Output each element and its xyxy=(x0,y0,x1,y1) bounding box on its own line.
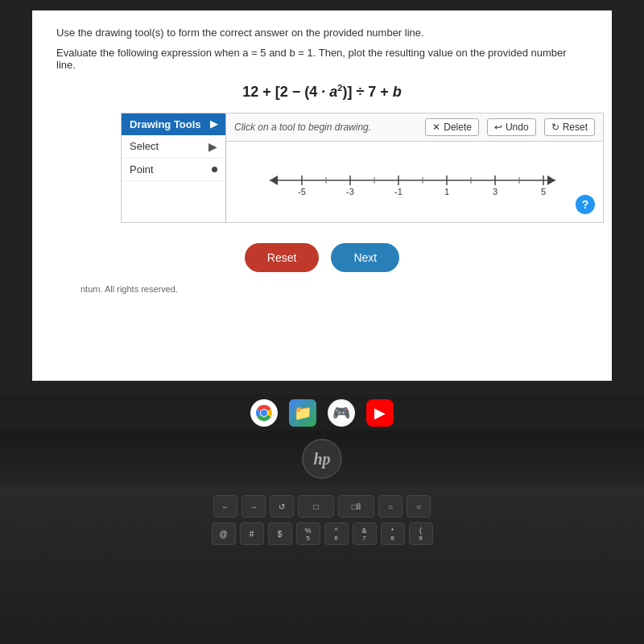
drawing-hint: Click on a tool to begin drawing. xyxy=(234,122,417,133)
reset-button[interactable]: Reset xyxy=(245,243,320,272)
playstore-taskbar-icon[interactable]: 🎮 xyxy=(328,399,355,427)
key-star[interactable]: *8 xyxy=(381,522,405,545)
svg-text:5: 5 xyxy=(541,187,546,196)
tools-header: Drawing Tools ▶ xyxy=(122,114,225,135)
key-refresh[interactable]: ↺ xyxy=(270,495,294,518)
svg-text:-1: -1 xyxy=(394,187,402,196)
keyboard-area: ← → ↺ □ □II ○ ○ @ # $ %5 ^6 &7 *8 (9 xyxy=(0,487,644,644)
select-label: Select xyxy=(130,140,159,152)
svg-marker-1 xyxy=(270,175,278,185)
chrome-taskbar-icon[interactable] xyxy=(250,399,278,427)
undo-button[interactable]: ↩ Undo xyxy=(487,118,536,136)
copyright-text: ntum. All rights reserved. xyxy=(80,284,588,294)
delete-label: Delete xyxy=(444,122,472,133)
delete-button[interactable]: ✕ Delete xyxy=(425,118,479,136)
tools-panel: Drawing Tools ▶ Select ▶ Point xyxy=(122,114,226,222)
delete-icon: ✕ xyxy=(432,122,440,133)
instruction-line-1: Use the drawing tool(s) to form the corr… xyxy=(56,27,588,39)
undo-label: Undo xyxy=(506,122,529,133)
number-line-area: -5 -3 -1 1 3 xyxy=(226,142,603,222)
keyboard-row-nav: ← → ↺ □ □II ○ ○ xyxy=(213,495,431,518)
svg-point-22 xyxy=(261,410,267,416)
point-label: Point xyxy=(130,163,154,175)
files-taskbar-icon[interactable]: 📁 xyxy=(289,399,316,427)
undo-icon: ↩ xyxy=(494,122,502,133)
point-tool[interactable]: Point xyxy=(122,159,225,181)
svg-text:3: 3 xyxy=(493,187,497,196)
keyboard-row-symbols: @ # $ %5 ^6 &7 *8 (9 xyxy=(212,522,433,545)
collapse-arrow-icon[interactable]: ▶ xyxy=(210,118,217,130)
action-buttons: Reset Next xyxy=(56,243,588,272)
cursor-icon: ▶ xyxy=(208,140,217,153)
instruction-line-2: Evaluate the following expression when a… xyxy=(56,47,588,71)
number-line-svg: -5 -3 -1 1 3 xyxy=(262,158,568,206)
key-fullscreen[interactable]: □ xyxy=(298,495,334,518)
key-caret[interactable]: ^6 xyxy=(324,522,349,545)
laptop-body: 📁 🎮 ▶ hp ← → ↺ □ □II ○ ○ xyxy=(0,394,644,644)
svg-text:1: 1 xyxy=(444,187,449,196)
svg-text:-5: -5 xyxy=(298,187,306,196)
key-bright-down[interactable]: ○ xyxy=(378,495,402,518)
key-hash[interactable]: # xyxy=(240,522,264,545)
key-at[interactable]: @ xyxy=(212,522,236,545)
next-button[interactable]: Next xyxy=(331,243,399,272)
hp-logo: hp xyxy=(302,439,342,479)
key-forward[interactable]: → xyxy=(242,495,266,518)
point-icon xyxy=(212,167,217,172)
key-bright-up[interactable]: ○ xyxy=(407,495,431,518)
key-ampersand[interactable]: &7 xyxy=(353,522,377,545)
key-dollar[interactable]: $ xyxy=(268,522,292,545)
content-area: Use the drawing tool(s) to form the corr… xyxy=(32,10,612,381)
svg-text:hp: hp xyxy=(313,450,330,469)
key-percent[interactable]: %5 xyxy=(296,522,320,545)
screen-bezel: Use the drawing tool(s) to form the corr… xyxy=(0,0,644,394)
hp-logo-area: hp xyxy=(0,431,644,487)
help-button[interactable]: ? xyxy=(576,195,595,214)
math-expression: 12 + [2 − (4 · a2)] ÷ 7 + b xyxy=(56,83,588,101)
svg-marker-2 xyxy=(547,175,555,185)
reset-toolbar-label: Reset xyxy=(563,122,588,133)
key-windows[interactable]: □II xyxy=(338,495,374,518)
screen-wrapper: Use the drawing tool(s) to form the corr… xyxy=(32,10,612,381)
canvas-toolbar: Click on a tool to begin drawing. ✕ Dele… xyxy=(226,114,603,142)
canvas-panel: Click on a tool to begin drawing. ✕ Dele… xyxy=(226,114,603,222)
youtube-taskbar-icon[interactable]: ▶ xyxy=(366,399,394,427)
key-lparen[interactable]: (9 xyxy=(409,522,433,545)
svg-text:-3: -3 xyxy=(346,187,354,196)
reset-toolbar-button[interactable]: ↻ Reset xyxy=(544,118,595,136)
key-back[interactable]: ← xyxy=(213,495,237,518)
reset-icon: ↻ xyxy=(551,122,559,133)
tools-header-label: Drawing Tools xyxy=(130,118,201,130)
select-tool[interactable]: Select ▶ xyxy=(122,135,225,159)
taskbar: 📁 🎮 ▶ xyxy=(0,394,644,431)
drawing-area: Drawing Tools ▶ Select ▶ Point Cl xyxy=(121,113,604,223)
